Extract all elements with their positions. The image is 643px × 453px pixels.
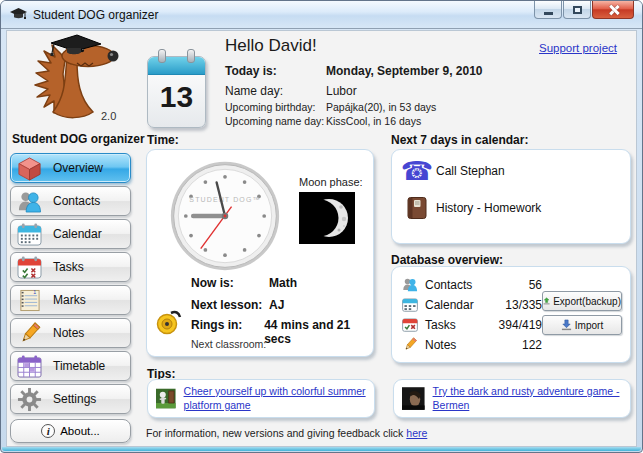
next-classroom-row: Next classroom: [191, 338, 269, 350]
maximize-button[interactable] [563, 1, 591, 19]
window-bottom-glow [2, 447, 641, 451]
minimize-icon [544, 12, 553, 15]
export-backup-button[interactable]: Export(backup) [542, 291, 622, 311]
time-section-label: Time: [147, 133, 179, 147]
window-title: Student DOG organizer [33, 8, 158, 22]
sidebar-item-settings[interactable]: Settings [10, 384, 131, 414]
sidebar-item-marks[interactable]: 1 Marks [10, 285, 131, 315]
next-lesson-row: Next lesson: AJ [191, 298, 284, 312]
calendar-hanger [158, 49, 166, 63]
app-window: Student DOG organizer 2.0 Student DOG or… [0, 0, 643, 453]
database-section-label: Database overview: [391, 253, 503, 267]
contacts-icon [402, 277, 418, 292]
database-panel: Contacts 56 Calendar 13/335 Tasks 394/41… [391, 266, 631, 363]
tip-link[interactable]: Cheer yourself up with colorful summer p… [184, 385, 366, 412]
footer-here-link[interactable]: here [406, 427, 427, 439]
titlebar: Student DOG organizer [1, 1, 642, 29]
tasks-icon [402, 317, 418, 332]
maximize-icon [573, 6, 582, 14]
svg-text:1: 1 [33, 289, 36, 295]
calendar-event-item[interactable]: History - Homework [398, 196, 541, 220]
export-icon [543, 295, 550, 307]
today-row: Today is: Monday, September 9, 2010 [225, 64, 483, 78]
window-controls [533, 1, 634, 19]
calendar-icon [11, 223, 47, 246]
adventure-game-icon [402, 385, 425, 412]
db-calendar-row: Calendar 13/335 [402, 297, 542, 312]
date-calendar: 13 [147, 49, 206, 128]
clock-brand-text: STUDENT DOG™ [189, 196, 260, 203]
upcoming-nameday-row: Upcoming name day: KissCool, in 16 days [225, 115, 421, 127]
bell-icon [155, 308, 182, 335]
book-icon [398, 196, 436, 220]
tasks-icon [11, 256, 47, 279]
platform-game-icon [156, 385, 176, 412]
about-button[interactable]: i About... [10, 419, 131, 443]
info-icon: i [41, 424, 55, 438]
sidebar-item-calendar[interactable]: Calendar [10, 219, 131, 249]
calendar-section-label: Next 7 days in calendar: [391, 133, 528, 147]
db-notes-row: Notes 122 [402, 337, 542, 352]
content: 2.0 Student DOG organizer Overview Conta… [1, 30, 642, 446]
calendar-day-number: 13 [148, 80, 205, 114]
cube-icon [11, 156, 47, 181]
sidebar-item-contacts[interactable]: Contacts [10, 186, 131, 216]
graduation-cap-icon [10, 8, 27, 21]
greeting: Hello David! [225, 36, 317, 56]
phone-icon: ☎ [398, 158, 436, 184]
analog-clock: STUDENT DOG™ [169, 160, 281, 272]
db-contacts-row: Contacts 56 [402, 277, 542, 292]
time-panel: STUDENT DOG™ Moon phase: No [146, 149, 374, 357]
db-tasks-row: Tasks 394/419 [402, 317, 542, 332]
import-button[interactable]: Import [542, 315, 622, 335]
about-label: About... [60, 425, 100, 437]
tip-item: Cheer yourself up with colorful summer p… [147, 379, 375, 418]
nameday-row: Name day: Lubor [225, 84, 357, 98]
close-button[interactable] [592, 1, 634, 19]
gear-icon [11, 387, 47, 412]
notes-icon [402, 337, 418, 352]
tip-item: Try the dark and rusty adventure game - … [393, 379, 631, 418]
support-project-link[interactable]: Support project [539, 42, 617, 54]
calendar-hanger [187, 49, 195, 63]
marks-icon: 1 [11, 289, 47, 312]
footer: For information, new versions and giving… [146, 427, 427, 439]
calendar-event-item[interactable]: ☎ Call Stephan [398, 158, 505, 184]
calendar-icon [402, 297, 418, 312]
tip-link[interactable]: Try the dark and rusty adventure game - … [433, 385, 622, 412]
contacts-icon [11, 190, 47, 213]
close-icon [608, 4, 619, 15]
moon-phase-label: Moon phase: [299, 176, 363, 188]
sidebar-item-tasks[interactable]: Tasks [10, 252, 131, 282]
sidebar-item-timetable[interactable]: Timetable [10, 351, 131, 381]
notes-icon [11, 322, 47, 345]
app-version: 2.0 [101, 110, 116, 122]
timetable-icon [11, 355, 47, 378]
sidebar-item-notes[interactable]: Notes [10, 318, 131, 348]
upcoming-birthday-row: Upcoming birthday: Papájka(20), in 53 da… [225, 101, 436, 113]
sidebar-item-overview[interactable]: Overview [10, 153, 131, 183]
footer-text: For information, new versions and giving… [146, 427, 403, 439]
import-icon [561, 319, 572, 331]
next7days-panel: ☎ Call Stephan History - Homework [391, 149, 631, 244]
now-is-row: Now is: Math [191, 276, 297, 290]
moon-phase-image [299, 192, 355, 244]
sidebar-title: Student DOG organizer [12, 132, 145, 146]
minimize-button[interactable] [534, 1, 562, 19]
